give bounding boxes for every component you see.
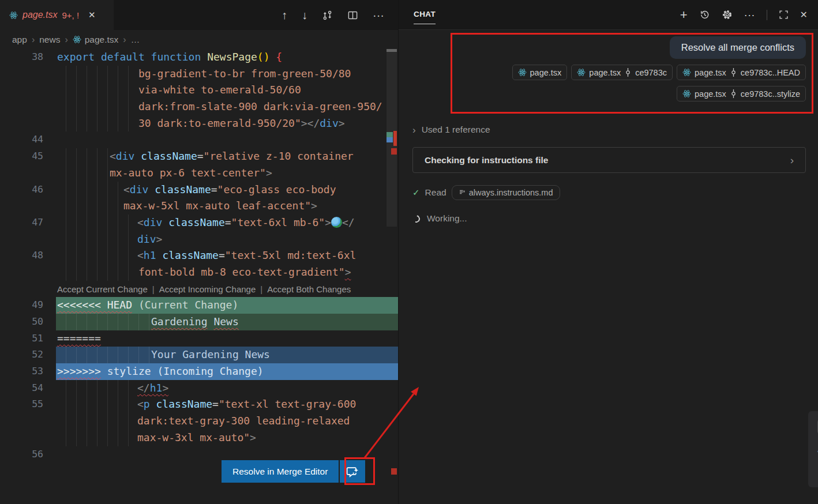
code-token: stylize (Incoming Change): [101, 365, 264, 377]
code-token: <: [137, 398, 144, 410]
code-token: [150, 398, 156, 410]
code-token: font-bold mb-8 eco-text-gradient": [138, 266, 345, 278]
editor-actions: ↑ ↓ ···: [282, 0, 398, 30]
code-text: dark:text-gray-300 leading-relaxed: [56, 413, 350, 430]
code-token: <: [123, 183, 130, 195]
code-line[interactable]: font-bold mb-8 eco-text-gradient">: [56, 264, 398, 281]
code-line[interactable]: <p className="text-xl text-gray-600: [56, 396, 398, 413]
code-line[interactable]: max-w-5xl mx-auto leaf-accent">: [56, 198, 398, 215]
code-token: default: [101, 51, 145, 63]
code-text: max-w-5xl mx-auto leaf-accent">: [56, 198, 317, 215]
file-reference-chip[interactable]: page.tsxce9783c: [571, 65, 673, 80]
code-line[interactable]: [56, 131, 398, 148]
code-token: >: [339, 117, 345, 129]
used-references-toggle[interactable]: › Used 1 reference: [412, 125, 806, 135]
code-line[interactable]: Your Gardening News: [56, 347, 398, 363]
new-chat-icon[interactable]: +: [680, 9, 688, 21]
resolve-merge-button: Resolve in Merge Editor: [222, 460, 365, 483]
code-token: div: [116, 150, 135, 162]
maximize-panel-icon[interactable]: [779, 10, 789, 20]
line-number: 53: [0, 363, 56, 380]
code-token: Your Gardening News: [151, 348, 270, 360]
code-line[interactable]: via-white to-emerald-50/60: [56, 82, 398, 99]
code-line[interactable]: >>>>>>> stylize (Incoming Change): [56, 363, 398, 380]
history-icon[interactable]: [699, 9, 710, 20]
code-token: div: [320, 117, 339, 129]
chat-input-box[interactable]: page.tsx + Add context (#), extensions (…: [808, 411, 818, 487]
code-row: 53>>>>>>> stylize (Incoming Change): [0, 363, 398, 380]
code-token: mx-auto px-6 text-center": [110, 167, 266, 179]
code-row: 44: [0, 131, 398, 148]
open-changes-icon[interactable]: [322, 10, 333, 21]
chip-git-ref: ce9783c..HEAD: [741, 68, 800, 77]
breadcrumb-symbol[interactable]: …: [131, 35, 140, 45]
code-row: bg-gradient-to-br from-green-50/80: [0, 66, 398, 82]
code-line[interactable]: <div className="eco-glass eco-body: [56, 182, 398, 198]
code-token: >: [162, 382, 168, 394]
copilot-resolve-icon[interactable]: [340, 460, 365, 483]
code-line[interactable]: <div className="relative z-10 container: [56, 148, 398, 165]
split-editor-icon[interactable]: [347, 10, 358, 21]
code-token: max-w-3xl mx-auto": [137, 431, 250, 443]
editor-group: page.tsx 9+, ! ✕ ↑ ↓ ···: [0, 0, 398, 504]
code-line[interactable]: <h1 className="text-5xl md:text-6xl: [56, 247, 398, 264]
line-number: 44: [0, 131, 56, 148]
check-icon: ✓: [412, 187, 420, 198]
code-row: 47<div className="text-6xl mb-6"></: [0, 215, 398, 231]
chip-git-ref: ce9783c..stylize: [741, 89, 800, 99]
codelens-action[interactable]: Accept Incoming Change: [159, 284, 256, 294]
resolve-in-merge-editor-button[interactable]: Resolve in Merge Editor: [222, 460, 339, 483]
code-token: [208, 315, 214, 328]
code-line[interactable]: dark:from-slate-900 dark:via-green-950/: [56, 99, 398, 115]
gear-icon[interactable]: [722, 9, 733, 20]
code-text: bg-gradient-to-br from-green-50/80: [56, 66, 351, 82]
close-panel-icon[interactable]: ✕: [800, 10, 808, 20]
code-line[interactable]: max-w-3xl mx-auto">: [56, 430, 398, 446]
next-change-button[interactable]: ↓: [302, 9, 307, 21]
code-line[interactable]: export default function NewsPage() {: [56, 49, 398, 66]
tool-call-expander[interactable]: Checking for instructions file ›: [412, 147, 806, 173]
git-commit-icon: [624, 67, 632, 77]
code-row: 52Your Gardening News: [0, 347, 398, 363]
ruler-mark: [391, 148, 397, 155]
file-reference-chip[interactable]: page.tsx: [512, 65, 568, 80]
code-line[interactable]: </h1>: [56, 380, 398, 397]
codelens-row[interactable]: Accept Current Change|Accept Incoming Ch…: [56, 281, 398, 298]
code-line[interactable]: <<<<<<< HEAD (Current Change): [56, 297, 398, 314]
close-tab-icon[interactable]: ✕: [88, 10, 96, 20]
code-token: div: [130, 183, 149, 195]
code-line[interactable]: mx-auto px-6 text-center">: [56, 165, 398, 182]
tab-page-tsx[interactable]: page.tsx 9+, ! ✕: [0, 0, 114, 30]
breadcrumb-file[interactable]: page.tsx: [85, 35, 119, 45]
code-token: >: [250, 431, 256, 443]
file-reference-chip[interactable]: page.tsxce9783c..stylize: [677, 86, 806, 101]
react-icon: [518, 68, 527, 77]
code-line[interactable]: =======: [56, 330, 398, 347]
previous-change-button[interactable]: ↑: [282, 9, 287, 21]
code-row: max-w-3xl mx-auto">: [0, 430, 398, 446]
code-row: max-w-5xl mx-auto leaf-accent">: [0, 198, 398, 215]
breadcrumb-app[interactable]: app: [12, 35, 27, 45]
tab-chat[interactable]: CHAT: [414, 10, 436, 20]
codelens-action[interactable]: Accept Both Changes: [267, 284, 351, 294]
codelens-action[interactable]: Accept Current Change: [57, 284, 148, 294]
more-actions-icon[interactable]: ···: [373, 9, 384, 21]
code-token: (Current Change): [132, 299, 238, 311]
code-text: <<<<<<< HEAD (Current Change): [56, 297, 238, 314]
more-actions-icon[interactable]: ···: [744, 9, 755, 20]
read-file-chip[interactable]: always.instructions.md: [452, 185, 560, 200]
file-reference-chip[interactable]: page.tsxce9783c..HEAD: [677, 65, 806, 80]
code-line[interactable]: bg-gradient-to-br from-green-50/80: [56, 66, 398, 82]
line-number: [0, 165, 56, 182]
code-token: [95, 51, 101, 63]
code-token: function: [151, 51, 201, 63]
code-line[interactable]: 30 dark:to-emerald-950/20"></div>: [56, 115, 398, 132]
breadcrumb-news[interactable]: news: [39, 35, 60, 45]
code-row: 54</h1>: [0, 380, 398, 397]
code-line[interactable]: div>: [56, 231, 398, 248]
code-token: <: [110, 150, 116, 162]
code-line[interactable]: <div className="text-6xl mb-6"></: [56, 215, 398, 231]
code-line[interactable]: Gardening News: [56, 314, 398, 330]
code-line[interactable]: dark:text-gray-300 leading-relaxed: [56, 413, 398, 430]
code-row: 49<<<<<<< HEAD (Current Change): [0, 297, 398, 314]
